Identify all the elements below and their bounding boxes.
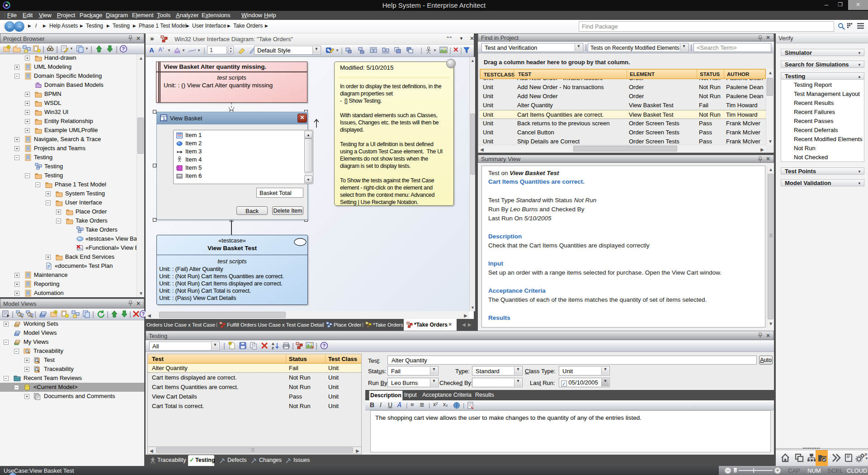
svg-text:✎: ✎: [327, 48, 330, 53]
